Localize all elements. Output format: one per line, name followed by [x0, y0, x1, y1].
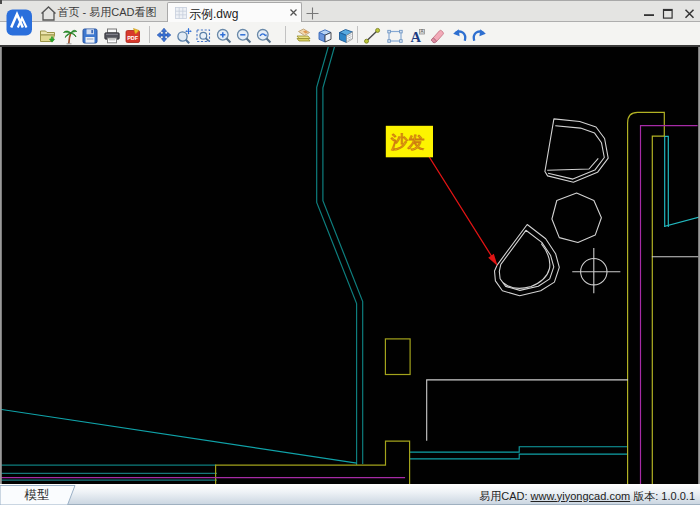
svg-text:PDF: PDF: [127, 35, 139, 41]
svg-text:沙发: 沙发: [391, 133, 425, 152]
svg-text:A: A: [420, 29, 423, 34]
